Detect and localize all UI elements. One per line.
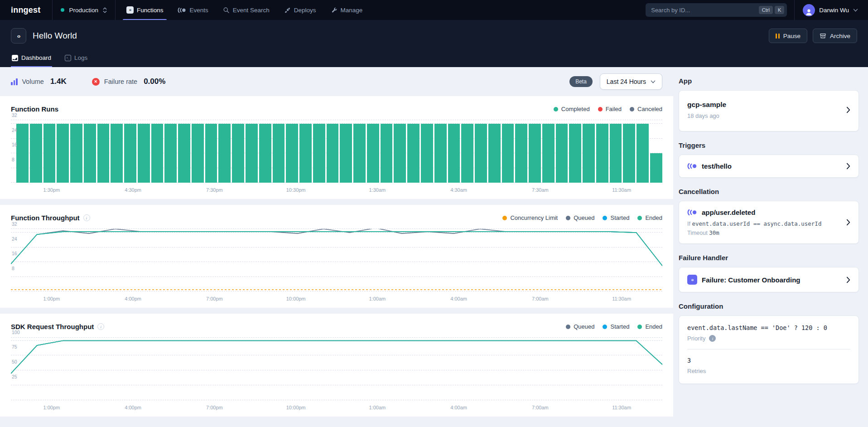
bar (367, 124, 379, 183)
bar (583, 124, 595, 183)
x-tick-label: 11:30am (612, 296, 631, 301)
legend-dot (637, 325, 642, 329)
legend-label: Queued (574, 323, 594, 330)
volume-value: 1.4K (50, 77, 67, 86)
x-axis-labels: 1:30pm4:30pm7:30pm10:30pm1:30am4:30am7:3… (11, 184, 662, 196)
environment-status-dot (61, 8, 64, 12)
legend-dot (566, 325, 570, 329)
environment-selector[interactable]: Production (52, 0, 116, 20)
x-tick-label: 4:00am (450, 405, 467, 410)
y-tick-label: 100 (12, 329, 20, 335)
y-tick-label: 16 (12, 251, 17, 256)
bar (30, 124, 42, 183)
search-input[interactable] (651, 7, 757, 14)
y-tick-label: 32 (12, 221, 17, 227)
legend-started: Started (603, 323, 629, 330)
nav-items: ‹› Functions Events Event Search Deploys (119, 0, 370, 20)
nav-item-manage[interactable]: Manage (323, 0, 370, 20)
x-tick-label: 7:00pm (206, 296, 223, 301)
chevron-right-icon (846, 277, 850, 283)
page-title: Hello World (33, 31, 77, 41)
legend-dot (603, 325, 607, 329)
tab-label: Dashboard (21, 54, 51, 61)
y-tick-label: 32 (12, 112, 17, 118)
nav-item-label: Events (189, 7, 208, 14)
bar (542, 124, 555, 183)
bar (381, 124, 393, 183)
bar (650, 153, 662, 183)
legend-dot (566, 216, 570, 220)
legend-label: Failed (606, 106, 622, 112)
function-runs-card: Function Runs CompletedFailedCanceled 32… (0, 96, 673, 199)
legend-completed: Completed (554, 106, 590, 112)
x-tick-label: 7:00pm (206, 405, 223, 410)
legend-dot (502, 216, 507, 220)
configuration-heading: Configuration (679, 302, 859, 310)
chart-legend: Concurrency LimitQueuedStartedEnded (502, 214, 662, 221)
time-range-selector[interactable]: Last 24 Hours (600, 73, 662, 90)
bar (610, 124, 622, 183)
bar (43, 124, 56, 183)
x-tick-label: 4:00pm (125, 296, 141, 301)
wrench-icon (331, 7, 338, 14)
x-tick-label: 10:00pm (286, 405, 306, 410)
environment-label: Production (69, 7, 98, 14)
failure-rate-value: 0.00% (144, 77, 165, 86)
bar (529, 124, 541, 183)
line-series (11, 229, 662, 291)
event-icon (687, 209, 697, 216)
x-tick-label: 1:00pm (43, 296, 60, 301)
nav-item-functions[interactable]: ‹› Functions (119, 0, 171, 20)
user-menu[interactable]: Darwin Wu (794, 0, 868, 20)
legend-ended: Ended (637, 323, 662, 330)
if-label: If (687, 221, 690, 227)
trigger-card[interactable]: test/hello (679, 155, 859, 178)
inngest-logo[interactable]: inngest (0, 0, 52, 20)
tab-logs[interactable]: ›_ Logs (64, 51, 88, 67)
function-runs-plot: 3224168 (11, 120, 662, 183)
retries-value: 3 (687, 357, 850, 364)
bar (232, 124, 244, 183)
x-tick-label: 1:00am (369, 296, 386, 301)
nav-item-event-search[interactable]: Event Search (216, 0, 277, 20)
volume-label: Volume (22, 78, 44, 85)
logs-icon: ›_ (65, 55, 71, 61)
legend-label: Canceled (637, 106, 662, 112)
event-icon (687, 163, 697, 170)
x-tick-label: 11:30am (612, 187, 631, 193)
y-tick-label: 24 (12, 127, 17, 132)
app-card[interactable]: gcp-sample 18 days ago (679, 90, 859, 131)
series-queued (11, 341, 662, 374)
info-icon[interactable]: i (97, 323, 104, 330)
legend-queued: Queued (566, 323, 594, 330)
chart-title: SDK Request Throughput (11, 323, 94, 330)
chevron-right-icon (846, 219, 850, 226)
pause-button[interactable]: Pause (769, 29, 807, 43)
nav-item-events[interactable]: Events (170, 0, 215, 20)
x-tick-label: 11:30am (612, 405, 631, 410)
archive-button[interactable]: Archive (813, 29, 857, 43)
legend-canceled: Canceled (630, 106, 662, 112)
global-search[interactable]: Ctrl K (646, 3, 787, 17)
cancellation-card[interactable]: app/user.deleted If event.data.userId ==… (679, 201, 859, 244)
failure-handler-heading: Failure Handler (679, 254, 859, 262)
nav-item-deploys[interactable]: Deploys (277, 0, 323, 20)
bar (488, 124, 501, 183)
series-started (11, 341, 662, 374)
failure-x-icon: ✕ (92, 78, 100, 86)
bar (192, 124, 204, 183)
chevron-down-icon (651, 80, 656, 83)
bar (623, 124, 635, 183)
legend-dot (603, 216, 607, 220)
x-tick-label: 7:00am (532, 405, 549, 410)
series-ended (11, 232, 662, 266)
bar (273, 124, 285, 183)
x-tick-label: 7:30pm (206, 187, 223, 193)
bar (313, 124, 325, 183)
failure-handler-card[interactable]: ‹› Failure: Customer Onboarding (679, 267, 859, 292)
shortcut-key-ctrl: Ctrl (759, 6, 773, 14)
tab-dashboard[interactable]: Dashboard (11, 51, 52, 67)
info-icon[interactable]: i (709, 335, 716, 342)
info-icon[interactable]: i (83, 214, 90, 221)
retries-block: 3 Retries (687, 357, 850, 374)
